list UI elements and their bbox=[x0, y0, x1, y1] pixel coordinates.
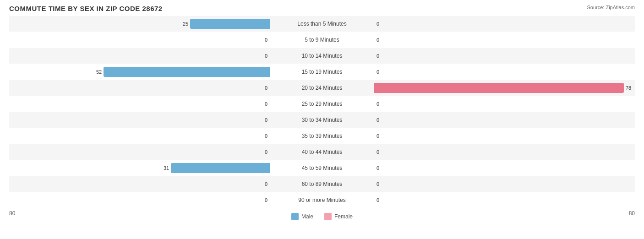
legend-female-label: Female bbox=[334, 213, 353, 220]
male-side: 0 bbox=[9, 133, 272, 139]
axis-left: 80 bbox=[9, 210, 15, 220]
female-zero-value: 0 bbox=[377, 53, 379, 59]
female-zero-value: 0 bbox=[377, 133, 379, 139]
male-side: 0 bbox=[9, 181, 272, 187]
female-side: 0 bbox=[372, 101, 635, 107]
male-side: 0 bbox=[9, 53, 272, 59]
chart-row: 090 or more Minutes0 bbox=[9, 192, 635, 208]
male-zero-value: 0 bbox=[265, 149, 267, 155]
chart-row: 030 to 34 Minutes0 bbox=[9, 112, 635, 128]
female-bar-value: 78 bbox=[626, 85, 631, 91]
chart-row: 3145 to 59 Minutes0 bbox=[9, 160, 635, 176]
male-side: 0 bbox=[9, 197, 272, 203]
female-zero-value: 0 bbox=[377, 69, 379, 75]
legend-female: Female bbox=[324, 213, 353, 220]
chart-row: 060 to 89 Minutes0 bbox=[9, 176, 635, 192]
female-bar bbox=[374, 83, 624, 93]
female-side: 0 bbox=[372, 165, 635, 171]
male-zero-value: 0 bbox=[265, 133, 267, 139]
chart-row: 040 to 44 Minutes0 bbox=[9, 144, 635, 160]
female-side: 0 bbox=[372, 149, 635, 155]
row-label: 5 to 9 Minutes bbox=[272, 37, 372, 43]
legend-male: Male bbox=[291, 213, 313, 220]
male-side: 0 bbox=[9, 117, 272, 123]
female-zero-value: 0 bbox=[377, 101, 379, 107]
chart-row: 020 to 24 Minutes78 bbox=[9, 80, 635, 96]
female-side: 0 bbox=[372, 69, 635, 75]
male-bar bbox=[171, 163, 270, 173]
female-zero-value: 0 bbox=[377, 117, 379, 123]
male-bar-value: 31 bbox=[164, 165, 169, 171]
female-side: 0 bbox=[372, 37, 635, 43]
chart-row: 010 to 14 Minutes0 bbox=[9, 48, 635, 64]
male-zero-value: 0 bbox=[265, 181, 267, 187]
row-label: 35 to 39 Minutes bbox=[272, 133, 372, 139]
male-side: 25 bbox=[9, 19, 272, 29]
chart-row: 025 to 29 Minutes0 bbox=[9, 96, 635, 112]
male-side: 0 bbox=[9, 101, 272, 107]
male-zero-value: 0 bbox=[265, 101, 267, 107]
female-side: 0 bbox=[372, 133, 635, 139]
male-bar bbox=[190, 19, 270, 29]
male-swatch bbox=[291, 213, 299, 220]
female-zero-value: 0 bbox=[377, 197, 379, 203]
female-side: 0 bbox=[372, 53, 635, 59]
male-zero-value: 0 bbox=[265, 53, 267, 59]
female-zero-value: 0 bbox=[377, 181, 379, 187]
male-bar-value: 25 bbox=[183, 21, 188, 27]
row-label: 10 to 14 Minutes bbox=[272, 53, 372, 59]
female-zero-value: 0 bbox=[377, 165, 379, 171]
chart-title: COMMUTE TIME BY SEX IN ZIP CODE 28672 bbox=[9, 5, 635, 12]
male-side: 0 bbox=[9, 37, 272, 43]
male-side: 31 bbox=[9, 163, 272, 173]
female-zero-value: 0 bbox=[377, 21, 379, 27]
female-side: 0 bbox=[372, 21, 635, 27]
axis-labels: 80 Male Female 80 bbox=[9, 208, 635, 220]
female-side: 0 bbox=[372, 117, 635, 123]
male-bar-value: 52 bbox=[96, 69, 102, 75]
male-zero-value: 0 bbox=[265, 117, 267, 123]
chart-row: 035 to 39 Minutes0 bbox=[9, 128, 635, 144]
row-label: 30 to 34 Minutes bbox=[272, 117, 372, 123]
female-swatch bbox=[324, 213, 332, 220]
male-zero-value: 0 bbox=[265, 37, 267, 43]
row-label: 25 to 29 Minutes bbox=[272, 101, 372, 107]
row-label: 40 to 44 Minutes bbox=[272, 149, 372, 155]
female-side: 78 bbox=[372, 83, 635, 93]
source-label: Source: ZipAtlas.com bbox=[587, 5, 635, 10]
male-bar bbox=[104, 67, 270, 77]
row-label: 60 to 89 Minutes bbox=[272, 181, 372, 187]
row-label: 20 to 24 Minutes bbox=[272, 85, 372, 91]
female-zero-value: 0 bbox=[377, 37, 379, 43]
row-label: 45 to 59 Minutes bbox=[272, 165, 372, 171]
axis-right: 80 bbox=[629, 210, 635, 220]
chart-row: 05 to 9 Minutes0 bbox=[9, 32, 635, 48]
male-side: 0 bbox=[9, 85, 272, 91]
chart-area: 25Less than 5 Minutes005 to 9 Minutes001… bbox=[9, 16, 635, 208]
row-label: 90 or more Minutes bbox=[272, 197, 372, 203]
chart-container: COMMUTE TIME BY SEX IN ZIP CODE 28672 So… bbox=[0, 0, 644, 239]
male-side: 0 bbox=[9, 149, 272, 155]
female-side: 0 bbox=[372, 181, 635, 187]
legend-male-label: Male bbox=[301, 213, 313, 220]
female-side: 0 bbox=[372, 197, 635, 203]
chart-row: 5215 to 19 Minutes0 bbox=[9, 64, 635, 80]
chart-row: 25Less than 5 Minutes0 bbox=[9, 16, 635, 32]
male-zero-value: 0 bbox=[265, 197, 267, 203]
legend: Male Female bbox=[291, 213, 353, 220]
male-side: 52 bbox=[9, 67, 272, 77]
female-zero-value: 0 bbox=[377, 149, 379, 155]
male-zero-value: 0 bbox=[265, 85, 267, 91]
row-label: 15 to 19 Minutes bbox=[272, 69, 372, 75]
row-label: Less than 5 Minutes bbox=[272, 21, 372, 27]
